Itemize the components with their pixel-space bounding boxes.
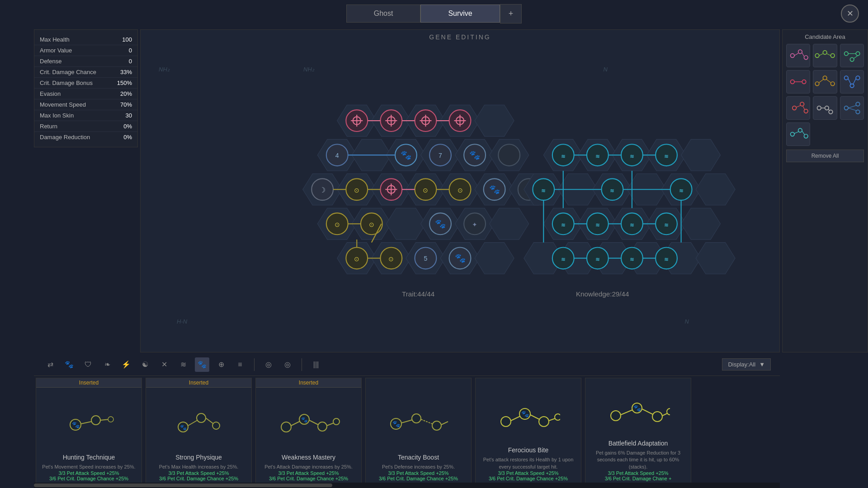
filter-icon-bolt[interactable]: ⚡: [119, 357, 133, 372]
filter-icon-circle2[interactable]: ◎: [280, 357, 295, 372]
card-stat-1b: 3/6 Pet Crit. Damage Chance +25%: [49, 476, 128, 481]
svg-point-176: [844, 52, 848, 56]
card-battlefield-adaptation[interactable]: 🐾 Battlefield Adaptation Pet gains 6% Da…: [585, 378, 691, 486]
filter-icon-circle1[interactable]: ◎: [261, 357, 276, 372]
card-desc-6: Pet gains 6% Damage Reduction for 3 seco…: [590, 450, 686, 470]
filter-icon-cross[interactable]: ✕: [157, 357, 171, 372]
svg-text:⊙: ⊙: [335, 221, 340, 228]
filter-icon-leaf[interactable]: ❧: [100, 357, 114, 372]
display-select[interactable]: Display:All ▼: [722, 358, 771, 371]
tab-ghost[interactable]: Ghost: [346, 5, 421, 23]
svg-marker-67: [352, 208, 391, 240]
svg-marker-43: [406, 174, 445, 205]
svg-point-241: [501, 417, 511, 427]
svg-text:≋: ≋: [679, 188, 684, 194]
svg-point-219: [108, 417, 113, 422]
svg-text:≋: ≋: [630, 222, 634, 228]
filter-icon-paw[interactable]: 🐾: [62, 357, 76, 372]
filter-icon-sound[interactable]: |||: [309, 357, 323, 372]
card-hunting-technique[interactable]: Inserted 🐾 Hunting Technique Pet's Movem…: [36, 378, 142, 486]
chevron-down-icon: ▼: [759, 361, 765, 368]
svg-line-207: [848, 105, 857, 108]
candidate-item-10[interactable]: [786, 122, 810, 146]
card-title-3: Weakness Mastery: [282, 454, 335, 461]
candidate-item-1[interactable]: [786, 44, 810, 67]
filter-icon-paw2[interactable]: 🐾: [195, 357, 209, 372]
card-stat-5b: 3/6 Pet Crit. Damage Chance +25%: [489, 476, 568, 481]
stat-name: Crit. Damage Bonus: [40, 80, 93, 86]
gene-graph-svg: 4 🐾 7 🐾 ☽ ⊙ ⊙ ⊙: [141, 30, 779, 352]
svg-text:🐾: 🐾: [633, 404, 641, 412]
svg-text:≋: ≋: [541, 188, 546, 194]
svg-point-225: [212, 422, 220, 429]
svg-text:🐾: 🐾: [179, 424, 186, 431]
svg-marker-69: [421, 208, 460, 240]
svg-marker-113: [524, 174, 563, 205]
card-title-6: Battlefield Adaptation: [609, 440, 668, 447]
svg-point-190: [856, 76, 860, 80]
tab-survive[interactable]: Survive: [420, 5, 500, 23]
stat-armor: Armor Value 0: [34, 45, 137, 56]
svg-marker-97: [543, 139, 583, 171]
filter-icon-wave[interactable]: ≋: [176, 357, 190, 372]
scrollbar-thumb[interactable]: [34, 483, 332, 487]
filter-icon-shield[interactable]: 🛡: [81, 357, 95, 372]
svg-text:5: 5: [424, 255, 427, 262]
card-desc-1: Pet's Movement Speed increases by 25%.: [42, 464, 135, 470]
svg-point-102: [552, 144, 574, 166]
svg-line-174: [819, 54, 823, 56]
svg-text:≋: ≋: [595, 256, 600, 263]
card-stat-3b: 3/6 Pet Crit. Damage Chance +25%: [269, 476, 348, 481]
svg-point-239: [432, 421, 441, 430]
candidate-item-3[interactable]: [840, 44, 864, 67]
card-strong-physique[interactable]: Inserted 🐾 Strong Physique Pet's Max Hea…: [146, 378, 252, 486]
card-tenacity-boost[interactable]: 🐾 Tenacity Boost Pet's Defense increases…: [365, 378, 472, 486]
filter-icon-bars[interactable]: ≡: [233, 357, 247, 372]
remove-all-button[interactable]: Remove All: [786, 150, 864, 162]
card-ferocious-bite[interactable]: 🐾 Ferocious Bite Pet's attack restores i…: [475, 378, 581, 486]
filter-separator-1: [254, 358, 255, 371]
svg-point-16: [422, 117, 429, 124]
svg-text:⊙: ⊙: [354, 187, 359, 194]
svg-marker-128: [578, 208, 617, 240]
svg-point-182: [802, 80, 806, 84]
top-bar: Ghost Survive + ✕: [0, 0, 868, 27]
tab-add-button[interactable]: +: [500, 4, 522, 23]
svg-text:≋: ≋: [561, 256, 566, 263]
svg-line-212: [794, 131, 799, 133]
svg-point-93: [449, 247, 471, 269]
candidate-item-2[interactable]: [813, 44, 837, 67]
stat-value: 20%: [120, 90, 132, 97]
svg-text:⊙: ⊙: [457, 187, 462, 194]
filter-icon-plus[interactable]: ⊕: [214, 357, 228, 372]
candidate-item-8[interactable]: [813, 96, 837, 120]
stat-crit-chance: Crit. Damage Chance 33%: [34, 67, 137, 78]
filter-icon-yin[interactable]: ☯: [138, 357, 152, 372]
svg-marker-147: [661, 243, 701, 274]
svg-marker-116: [627, 174, 666, 205]
candidate-item-5[interactable]: [813, 70, 837, 94]
filter-icon-swap[interactable]: ⇄: [43, 357, 57, 372]
candidate-area-title: Candidate Area: [786, 33, 864, 40]
svg-point-233: [333, 418, 340, 425]
svg-text:≋: ≋: [630, 256, 634, 263]
candidate-item-7[interactable]: [786, 96, 810, 120]
candidate-item-4[interactable]: [786, 70, 810, 94]
svg-point-138: [656, 213, 677, 235]
stat-crit-bonus: Crit. Damage Bonus 150%: [34, 78, 137, 89]
card-desc-2: Pet's Max Health increases by 25%.: [159, 464, 239, 470]
svg-point-237: [412, 414, 421, 423]
svg-line-217: [81, 422, 91, 424]
scrollbar-track: [34, 483, 780, 488]
svg-point-35: [429, 144, 451, 166]
svg-point-119: [533, 178, 554, 200]
close-button[interactable]: ✕: [841, 5, 859, 23]
svg-marker-44: [440, 174, 480, 205]
svg-marker-100: [647, 139, 686, 171]
svg-marker-118: [696, 174, 735, 205]
card-weakness-mastery[interactable]: Inserted 🐾 Weakness Mastery Pet's Attack…: [255, 378, 362, 486]
svg-point-172: [823, 51, 827, 55]
stat-damage-reduction: Damage Reduction 0%: [34, 132, 137, 142]
candidate-item-9[interactable]: [840, 96, 864, 120]
candidate-item-6[interactable]: [840, 70, 864, 94]
